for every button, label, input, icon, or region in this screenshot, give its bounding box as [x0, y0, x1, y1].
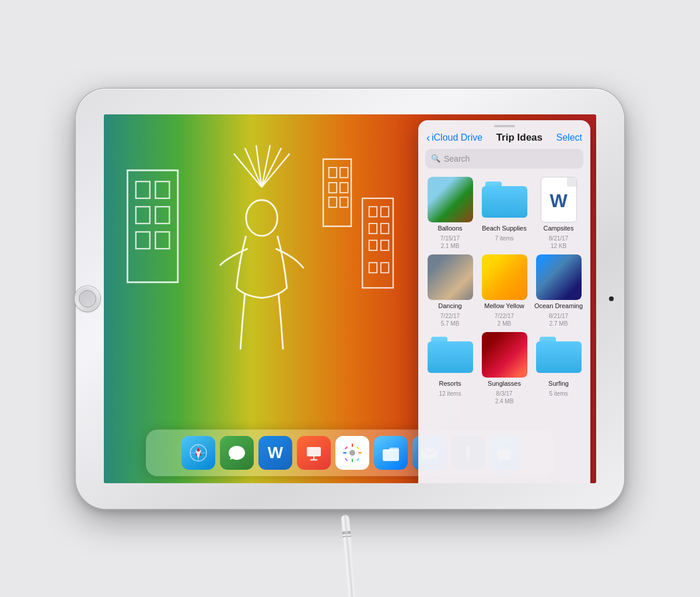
safari-icon [188, 443, 208, 463]
svg-rect-41 [352, 459, 353, 462]
nav-bar: ‹ iCloud Drive Trip Ideas Select [418, 130, 590, 149]
file-name-sunglasses: Sunglasses [488, 380, 521, 387]
svg-rect-48 [383, 449, 399, 461]
home-button[interactable] [75, 286, 100, 312]
file-thumb-ocean-dreaming [536, 254, 582, 300]
svg-rect-47 [356, 458, 360, 461]
file-name-campsites: Campsites [544, 225, 574, 232]
file-thumb-mellow-yellow [482, 254, 527, 300]
file-thumb-surfing [536, 332, 582, 378]
file-name-dancing: Dancing [438, 302, 461, 310]
apple-pencil [346, 515, 354, 598]
nav-back-button[interactable]: ‹ iCloud Drive [426, 132, 482, 144]
ocean-dreaming-thumbnail [536, 254, 582, 300]
dock-app-keynote[interactable] [297, 436, 331, 470]
dock-app-word[interactable]: W [258, 436, 292, 470]
word-app-icon: W [268, 444, 283, 462]
pencil-band-1 [342, 530, 351, 534]
file-meta-campsites: 8/21/17 12 KB [549, 235, 568, 250]
dock-app-messages[interactable] [220, 436, 254, 470]
file-name-balloons: Balloons [438, 225, 462, 232]
file-thumb-beach-supplies [482, 177, 527, 222]
file-item-mellow-yellow[interactable]: Mellow Yellow 7/22/17 2 MB [480, 254, 529, 327]
files-icon [380, 442, 401, 463]
files-panel: ‹ iCloud Drive Trip Ideas Select 🔍 Searc… [418, 120, 590, 483]
word-document-icon: W [541, 177, 577, 222]
file-item-campsites[interactable]: W Campsites 8/21/17 12 KB [534, 177, 583, 250]
scene: ‹ iCloud Drive Trip Ideas Select 🔍 Searc… [29, 22, 671, 576]
file-meta-resorts: 12 items [439, 390, 461, 397]
file-thumb-campsites: W [536, 177, 582, 222]
file-meta-surfing: 5 items [549, 390, 568, 397]
file-meta-sunglasses: 8/3/17 2.4 MB [495, 390, 514, 405]
file-item-beach-supplies[interactable]: Beach Supplies 7 items [480, 177, 529, 250]
file-name-resorts: Resorts [439, 380, 461, 387]
svg-rect-36 [307, 447, 321, 456]
search-icon: 🔍 [431, 154, 440, 163]
file-meta-dancing: 7/22/17 5.7 MB [440, 312, 460, 327]
file-meta-mellow-yellow: 7/22/17 2 MB [495, 312, 514, 327]
file-name-ocean-dreaming: Ocean Dreaming [534, 302, 583, 310]
file-thumb-resorts [428, 332, 473, 378]
sunglasses-thumbnail [482, 332, 527, 378]
file-item-surfing[interactable]: Surfing 5 items [534, 332, 583, 405]
back-label: iCloud Drive [432, 132, 482, 143]
svg-rect-43 [358, 452, 362, 453]
file-meta-beach-supplies: 7 items [495, 235, 513, 242]
mellow-yellow-thumbnail [482, 254, 527, 300]
file-thumb-dancing [428, 254, 473, 300]
svg-rect-40 [352, 444, 353, 447]
pencil-body [341, 514, 358, 597]
messages-icon [226, 442, 247, 463]
file-item-resorts[interactable]: Resorts 12 items [425, 332, 475, 405]
file-name-surfing: Surfing [548, 380, 569, 387]
file-item-sunglasses[interactable]: Sunglasses 8/3/17 2.4 MB [480, 332, 529, 405]
file-name-beach-supplies: Beach Supplies [482, 225, 526, 232]
photos-icon [341, 442, 363, 464]
keynote-icon [303, 442, 324, 463]
dock-app-files[interactable] [374, 436, 408, 470]
file-item-balloons[interactable]: Balloons 7/15/17 2.1 MB [425, 177, 475, 250]
search-placeholder: Search [444, 154, 470, 163]
svg-rect-45 [356, 446, 360, 449]
ipad-device: ‹ iCloud Drive Trip Ideas Select 🔍 Searc… [76, 89, 624, 509]
nav-select-button[interactable]: Select [556, 132, 582, 143]
file-meta-balloons: 7/15/17 2.1 MB [440, 235, 460, 250]
front-camera [609, 296, 614, 301]
drag-indicator [494, 125, 515, 127]
file-grid: Balloons 7/15/17 2.1 MB [418, 174, 590, 483]
svg-rect-42 [343, 452, 346, 453]
svg-rect-46 [345, 458, 348, 461]
svg-rect-44 [345, 446, 348, 449]
file-item-ocean-dreaming[interactable]: Ocean Dreaming 8/21/17 2.7 MB [534, 254, 583, 327]
file-name-mellow-yellow: Mellow Yellow [484, 302, 524, 310]
file-thumb-balloons [428, 177, 473, 222]
svg-point-39 [349, 450, 355, 456]
back-chevron-icon: ‹ [426, 132, 430, 144]
dancing-thumbnail [428, 254, 473, 300]
file-thumb-sunglasses [482, 332, 527, 378]
ipad-screen: ‹ iCloud Drive Trip Ideas Select 🔍 Searc… [104, 114, 596, 483]
file-item-dancing[interactable]: Dancing 7/22/17 5.7 MB [425, 254, 475, 327]
nav-title: Trip Ideas [496, 132, 542, 144]
file-meta-ocean-dreaming: 8/21/17 2.7 MB [549, 312, 568, 327]
pencil-body-wrapper [341, 514, 359, 597]
balloons-thumbnail [428, 177, 473, 222]
word-w-icon: W [550, 190, 567, 212]
search-bar[interactable]: 🔍 Search [425, 149, 583, 169]
dock-app-safari[interactable] [181, 436, 215, 470]
dock-app-photos[interactable] [335, 436, 369, 470]
